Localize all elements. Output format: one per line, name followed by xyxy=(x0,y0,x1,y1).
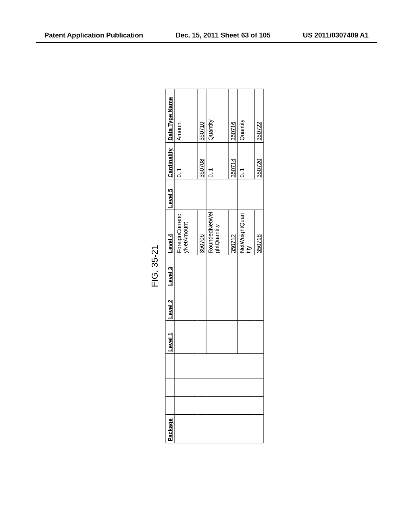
header-left: Patent Application Publication xyxy=(44,31,143,39)
page-header: Patent Application Publication Dec. 15, … xyxy=(0,31,413,39)
figure-label: FIG. 35-21 xyxy=(150,85,160,447)
cell-cardinality: 0..1 xyxy=(238,142,254,179)
table-header-row: Package Level 1 Level 2 Level 3 Level 4 … xyxy=(166,89,175,443)
cell-level3 xyxy=(238,255,263,288)
col-level5: Level 5 xyxy=(166,179,175,210)
cell-blank xyxy=(175,353,263,378)
cell-datatype: Amount xyxy=(175,89,197,143)
cell-level5 xyxy=(175,179,206,210)
cell-datatype: Quantity xyxy=(238,89,254,143)
cell-cardinality: 0..1 xyxy=(175,142,197,179)
cell-datatype: Quantity xyxy=(206,89,229,143)
header-middle: Dec. 15, 2011 Sheet 63 of 105 xyxy=(175,31,270,39)
cell-level2 xyxy=(238,288,263,321)
cell-level4: ForeignCurrencyNetAmount xyxy=(175,210,197,255)
cell-blank xyxy=(175,378,263,396)
cell-cardinality: 0..1 xyxy=(206,142,229,179)
cell-level5 xyxy=(238,179,263,210)
col-level2: Level 2 xyxy=(166,288,175,321)
col-level3: Level 3 xyxy=(166,255,175,288)
header-rule xyxy=(36,42,377,43)
cell-level3 xyxy=(175,255,206,288)
col-blank-2 xyxy=(166,378,175,396)
cell-level1 xyxy=(206,321,238,354)
cell-datatype-ref: 350716 xyxy=(229,89,238,143)
ref-num: 350706 xyxy=(198,234,205,253)
ref-num: 350722 xyxy=(256,122,262,141)
ref-num: 350716 xyxy=(230,122,236,141)
cell-level4-ref: 350718 xyxy=(254,210,263,255)
col-datatype: Data Type Name xyxy=(166,89,175,143)
cell-level1 xyxy=(175,321,206,354)
cell-level4: RoundedNetWeightQuantity xyxy=(206,210,229,255)
col-cardinality: Cardinality xyxy=(166,142,175,179)
ref-num: 350718 xyxy=(256,234,262,253)
cell-datatype-ref: 350722 xyxy=(254,89,263,143)
figure-container: FIG. 35-21 Package Level 1 Level 2 Level… xyxy=(150,85,264,447)
data-table: Package Level 1 Level 2 Level 3 Level 4 … xyxy=(166,89,264,443)
ref-num: 350720 xyxy=(256,159,262,178)
col-blank-3 xyxy=(166,353,175,378)
col-package: Package xyxy=(166,414,175,443)
cell-package xyxy=(175,414,263,443)
col-level4: Level 4 xyxy=(166,210,175,255)
cell-level4-ref: 350712 xyxy=(229,210,238,255)
cell-level4: NetWeightQuantity xyxy=(238,210,254,255)
ref-num: 350708 xyxy=(198,159,205,178)
col-blank-1 xyxy=(166,396,175,414)
ref-num: 350712 xyxy=(230,234,236,253)
cell-level2 xyxy=(206,288,238,321)
cell-level1 xyxy=(238,321,263,354)
ref-num: 350710 xyxy=(198,122,205,141)
page: Patent Application Publication Dec. 15, … xyxy=(0,0,413,532)
cell-cardinality-ref: 350708 xyxy=(197,142,206,179)
cell-cardinality-ref: 350714 xyxy=(229,142,238,179)
table-row: ForeignCurrencyNetAmount 0..1 Amount xyxy=(175,89,197,443)
cell-level5 xyxy=(206,179,238,210)
cell-level3 xyxy=(206,255,238,288)
cell-level2 xyxy=(175,288,206,321)
cell-datatype-ref: 350710 xyxy=(197,89,206,143)
col-level1: Level 1 xyxy=(166,321,175,354)
header-right: US 2011/0307409 A1 xyxy=(303,31,369,39)
cell-level4-ref: 350706 xyxy=(197,210,206,255)
cell-blank xyxy=(175,396,263,414)
ref-num: 350714 xyxy=(230,159,236,178)
cell-cardinality-ref: 350720 xyxy=(254,142,263,179)
